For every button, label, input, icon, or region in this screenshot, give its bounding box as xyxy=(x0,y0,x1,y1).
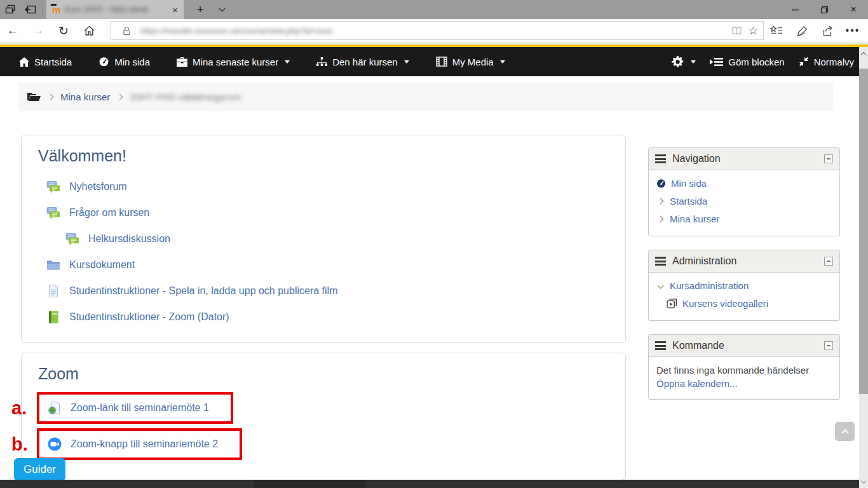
nav-row-mina-kurser: Mina kurser xyxy=(656,214,832,224)
forward-button[interactable]: → xyxy=(25,19,51,42)
new-tab-button[interactable]: + xyxy=(189,0,212,19)
restore-button[interactable] xyxy=(810,0,839,19)
resource-link[interactable]: Studentinstruktioner - Zoom (Dator) xyxy=(69,311,229,323)
sidebar-link-kursadministration[interactable]: Kursadministration xyxy=(670,280,749,291)
navbar-item-my-media[interactable]: My Media xyxy=(436,57,505,67)
resource-link[interactable]: Frågor om kursen xyxy=(69,207,149,219)
sidebar-link-startsida[interactable]: Startsida xyxy=(670,196,707,207)
resource-nyhetsforum: Nyhetsforum xyxy=(46,179,610,194)
forum-icon xyxy=(65,231,80,247)
sidebar-link-mina-kurser[interactable]: Mina kurser xyxy=(670,214,719,224)
guider-button[interactable]: Guider xyxy=(14,458,65,481)
outdent-icon xyxy=(710,57,723,67)
chevron-right-icon[interactable] xyxy=(658,198,664,205)
chevron-right-icon[interactable] xyxy=(658,216,664,222)
video-gallery-icon xyxy=(667,298,677,309)
sidebar-link-videogalleri[interactable]: Kursens videogalleri xyxy=(682,298,768,309)
refresh-button[interactable]: ↻ xyxy=(51,19,76,42)
set-tabs-aside-icon xyxy=(25,5,36,14)
navigation-block-body: Min sida Startsida Mina kurser xyxy=(649,170,839,236)
zoom-link-seminariemote-1[interactable]: Zoom-länk till seminariemöte 1 xyxy=(71,402,209,414)
resource-studentinstruktioner-film: Studentinstruktioner - Spela in, ladda u… xyxy=(46,283,610,299)
collapse-block-icon[interactable] xyxy=(824,257,833,266)
breadcrumb-course-name[interactable]: 20HT PHD-utbildningsrum xyxy=(130,92,241,102)
resource-link[interactable]: Nyhetsforum xyxy=(69,181,127,193)
reading-view-icon[interactable] xyxy=(731,27,742,35)
open-folder-icon[interactable] xyxy=(27,92,41,102)
navigation-block-header[interactable]: Navigation xyxy=(649,148,839,170)
film-icon xyxy=(436,57,447,67)
administration-block: Administration Kursadministration Kursen… xyxy=(648,250,840,321)
resource-fragor-om-kursen: Frågor om kursen xyxy=(46,205,610,220)
favorites-hub-button[interactable] xyxy=(764,19,789,42)
share-button[interactable] xyxy=(815,19,840,42)
scrollbar-down-arrow[interactable] xyxy=(859,475,868,488)
admin-row-kursadministration: Kursadministration xyxy=(656,280,832,291)
navbar-item-startsida[interactable]: Startsida xyxy=(19,57,72,67)
block-menu-icon xyxy=(655,341,666,350)
navbar-item-mina-senaste-kurser[interactable]: Mina senaste kurser xyxy=(177,57,290,67)
scrollbar-thumb[interactable] xyxy=(859,69,868,394)
sidebar-link-min-sida[interactable]: Min sida xyxy=(671,178,707,189)
chevron-right-icon xyxy=(48,94,54,100)
navbar-item-label: Den här kursen xyxy=(332,57,398,67)
annotation-a: a. xyxy=(11,399,27,417)
normal-view-button[interactable]: Normalvy xyxy=(799,57,854,67)
block-title: Navigation xyxy=(672,153,721,165)
vertical-scrollbar[interactable] xyxy=(859,47,868,488)
zoom-knapp-seminariemote-2[interactable]: Zoom-knapp till seminariemöte 2 xyxy=(71,438,218,450)
collapse-block-icon[interactable] xyxy=(824,341,833,350)
no-events-text: Det finns inga kommande händelser xyxy=(656,365,832,376)
block-title: Administration xyxy=(672,255,736,267)
chevron-down-icon xyxy=(219,6,225,12)
caret-down-icon xyxy=(404,60,409,64)
browser-titlebar: m Kurs 20HT - Näst niend × + × xyxy=(0,0,868,19)
administration-block-body: Kursadministration Kursens videogalleri xyxy=(649,273,839,320)
close-window-button[interactable]: × xyxy=(839,0,868,19)
navbar-item-label: My Media xyxy=(452,57,494,67)
tab-list-dropdown[interactable] xyxy=(212,0,232,19)
upcoming-block-body: Det finns inga kommande händelser Öppna … xyxy=(649,357,839,399)
nav-row-min-sida: Min sida xyxy=(656,178,832,189)
chevron-down-icon[interactable] xyxy=(658,283,664,289)
block-title: Kommande xyxy=(672,340,724,351)
breadcrumb-mina-kurser[interactable]: Mina kurser xyxy=(60,92,110,102)
settings-menu-button[interactable] xyxy=(671,55,696,69)
resource-link[interactable]: Kursdokument xyxy=(69,259,135,271)
home-button[interactable] xyxy=(76,19,102,42)
favorite-star-icon[interactable]: ☆ xyxy=(749,24,758,37)
navbar-item-min-sida[interactable]: Min sida xyxy=(98,57,150,67)
hide-blocks-label: Göm blocken xyxy=(728,57,784,67)
address-bar[interactable]: https://moodle.xxxxxxxx.se/course/view.p… xyxy=(111,21,764,40)
open-calendar-link[interactable]: Öppna kalendern... xyxy=(656,378,738,389)
gear-icon xyxy=(671,55,684,69)
minimize-button[interactable] xyxy=(780,0,810,19)
more-options-button[interactable]: ••• xyxy=(840,19,865,42)
horizontal-scrollbar-thumb[interactable] xyxy=(254,480,365,488)
resource-studentinstruktioner-zoom: Studentinstruktioner - Zoom (Dator) xyxy=(46,309,610,325)
set-tabs-aside-button[interactable] xyxy=(20,0,41,19)
welcome-section: Välkommen! Nyhetsforum Frågor om kursen xyxy=(21,135,626,343)
browser-tab[interactable]: m Kurs 20HT - Näst niend × xyxy=(46,0,184,19)
resource-kursdokument: Kursdokument xyxy=(46,257,610,273)
ink-annotate-button[interactable] xyxy=(789,19,815,42)
administration-block-header[interactable]: Administration xyxy=(649,250,839,273)
collapse-block-icon[interactable] xyxy=(824,154,833,163)
resource-link[interactable]: Studentinstruktioner - Spela in, ladda u… xyxy=(69,285,337,297)
navbar-item-label: Min sida xyxy=(114,57,150,67)
scrollbar-up-arrow[interactable] xyxy=(859,47,868,60)
dashboard-icon xyxy=(98,57,109,67)
hide-blocks-button[interactable]: Göm blocken xyxy=(710,57,784,67)
resource-helkursdiskussion: Helkursdiskussion xyxy=(46,231,610,247)
normal-view-label: Normalvy xyxy=(814,57,854,67)
back-button[interactable]: ← xyxy=(0,19,25,42)
tab-preview-button[interactable] xyxy=(0,0,20,19)
scroll-to-top-button[interactable] xyxy=(835,422,855,441)
resource-list: Nyhetsforum Frågor om kursen Helkursdisk… xyxy=(37,179,610,325)
navigation-block: Navigation Min sida Startsida xyxy=(648,147,840,236)
block-menu-icon xyxy=(655,154,666,163)
tab-close-icon[interactable]: × xyxy=(172,5,178,15)
upcoming-block-header[interactable]: Kommande xyxy=(649,335,839,357)
navbar-item-den-har-kursen[interactable]: Den här kursen xyxy=(316,57,409,67)
resource-link[interactable]: Helkursdiskussion xyxy=(88,233,170,245)
